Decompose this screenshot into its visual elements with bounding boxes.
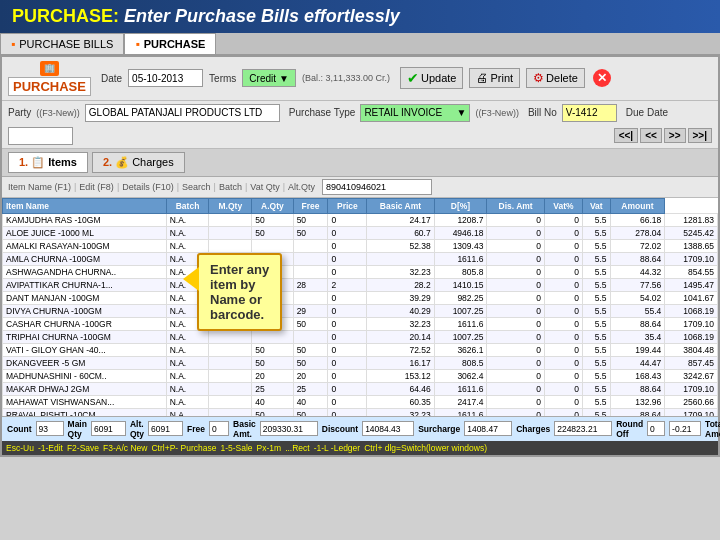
table-cell: 20 [252,369,293,382]
table-cell: 0 [328,356,367,369]
table-cell: 88.64 [610,252,665,265]
discount-input[interactable] [362,421,414,436]
charges-tab-label: Charges [132,156,174,168]
nav-next-button[interactable]: >> [664,128,686,143]
update-button[interactable]: ✔ Update [400,67,463,89]
table-cell [209,343,252,356]
col-vat: Vat [583,198,611,213]
table-row: AMLA CHURNA -100GMN.A.01611.6005.588.641… [3,252,718,265]
main-container: 🏢 PURCHASE Date Terms Credit ▼ (Bal.: 3,… [0,55,720,457]
search-field-label-3: Details (F10) [122,182,174,192]
table-cell: N.A. [166,330,209,343]
terms-value: Credit ▼ [242,69,296,87]
table-row: DIVYA CHURNA -100GMN.A.4029040.291007.25… [3,304,718,317]
col-free: Free [293,198,328,213]
items-tab-num: 1. [19,156,28,168]
nav-prev-button[interactable]: << [640,128,662,143]
tooltip-line1: Enter any [210,262,269,277]
table-cell: 805.8 [434,265,487,278]
title-prefix: PURCHASE: [12,6,119,26]
table-cell: 0 [328,330,367,343]
table-cell: 5.5 [583,213,611,226]
date-input[interactable] [128,69,203,87]
close-button[interactable]: ✕ [593,69,611,87]
table-cell: ASHWAGANDHA CHURNA.. [3,265,167,278]
table-header-row: Item Name Batch M.Qty A.Qty Free Price B… [3,198,718,213]
table-cell: 5.5 [583,239,611,252]
party-input[interactable] [85,104,280,122]
table-cell: 0 [328,317,367,330]
round-off-input[interactable] [647,421,665,436]
surcharge-input[interactable] [464,421,512,436]
search-field-label-6: Vat Qty [250,182,279,192]
table-cell: ALOE JUICE -1000 ML [3,226,167,239]
table-cell: 20.14 [367,330,434,343]
count-input[interactable] [36,421,64,436]
table-cell: 5.5 [583,265,611,278]
count-label: Count [7,424,32,434]
delete-button[interactable]: ⚙ Delete [526,68,585,88]
table-cell: 0 [328,304,367,317]
table-cell: 0 [328,226,367,239]
table-cell: 50 [252,356,293,369]
due-date-input[interactable] [8,127,73,145]
table-cell: 199.44 [610,343,665,356]
print-button[interactable]: 🖨 Print [469,68,520,88]
table-cell: AVIPATTIKAR CHURNA-1... [3,278,167,291]
table-cell: 0 [544,369,582,382]
bill-no-input[interactable] [562,104,617,122]
field-sep-6: | [283,182,285,192]
table-cell: 0 [544,356,582,369]
table-cell: 1611.6 [434,382,487,395]
table-row: DKANGVEER -5 GMN.A.5050016.17808.5005.54… [3,356,718,369]
search-field-label-1: Item Name (F1) [8,182,71,192]
tab-purchase[interactable]: ▪ PURCHASE [124,33,216,54]
section-tab-items[interactable]: 1. 📋 Items [8,152,88,173]
table-cell: 3626.1 [434,343,487,356]
main-qty-input[interactable] [91,421,126,436]
table-cell: 0 [487,213,544,226]
table-cell: 5.5 [583,395,611,408]
barcode-input[interactable] [322,179,432,195]
table-cell: 5.5 [583,226,611,239]
nav-last-button[interactable]: >>| [688,128,712,143]
table-cell: 0 [487,278,544,291]
col-m-qty: M.Qty [209,198,252,213]
free-input[interactable] [209,421,229,436]
alt-qty-input[interactable] [148,421,183,436]
table-cell: 0 [544,343,582,356]
basic-amt-input[interactable] [260,421,318,436]
table-cell: 52.38 [367,239,434,252]
table-cell [293,239,328,252]
tab-purchase-bills[interactable]: ▪ PURCHASE BILLS [0,33,124,54]
charges-input[interactable] [554,421,612,436]
purchase-label: PURCHASE [8,77,91,96]
table-cell: 1709.10 [665,317,718,330]
table-cell: 5.5 [583,304,611,317]
table-cell: 0 [487,265,544,278]
table-cell: 5.5 [583,356,611,369]
table-cell: 0 [544,239,582,252]
field-sep-1: | [74,182,76,192]
table-cell: 1041.67 [665,291,718,304]
table-cell: 0 [487,395,544,408]
table-cell: PRAVAL PISHTI -10CM [3,408,167,416]
round-val-input[interactable] [669,421,701,436]
search-row: Item Name (F1) | Edit (F8) | Details (F1… [2,177,718,198]
basic-amt-label: Basic Amt. [233,419,256,439]
tooltip-line3: Name or [210,292,269,307]
col-amount: Amount [610,198,665,213]
nav-first-button[interactable]: <<| [614,128,638,143]
section-tab-charges[interactable]: 2. 💰 Charges [92,152,185,173]
purchase-type-label: Purchase Type [289,107,356,118]
table-cell: 50 [293,408,328,416]
table-row: MAHAWAT VISHWANSAN...N.A.4040060.352417.… [3,395,718,408]
table-cell: 55.4 [610,304,665,317]
table-cell [209,213,252,226]
table-cell: 1281.83 [665,213,718,226]
table-cell: 28 [293,278,328,291]
table-cell: N.A. [166,343,209,356]
table-cell [293,330,328,343]
table-cell: CASHAR CHURNA -100GR [3,317,167,330]
purchase-type-select[interactable]: RETAIL INVOICE ▼ [360,104,470,122]
